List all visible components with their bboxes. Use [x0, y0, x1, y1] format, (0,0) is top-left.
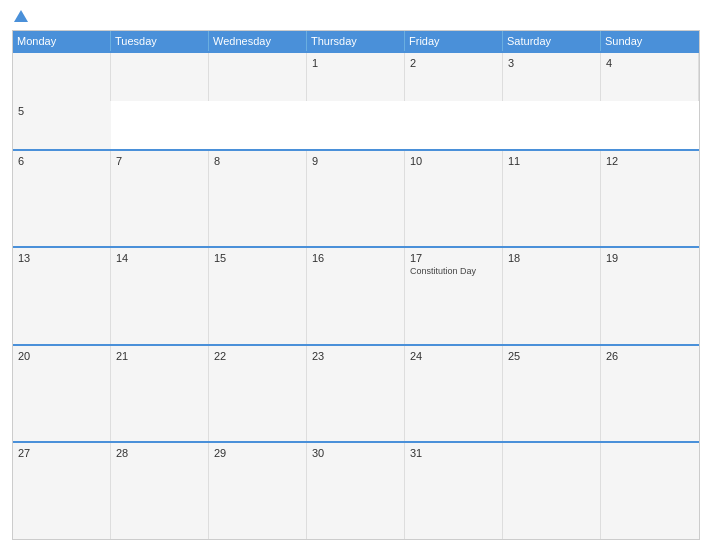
calendar-page: MondayTuesdayWednesdayThursdayFridaySatu… — [0, 0, 712, 550]
day-header-friday: Friday — [405, 31, 503, 51]
day-cell: 10 — [405, 151, 503, 247]
day-cell: 24 — [405, 346, 503, 442]
day-header-monday: Monday — [13, 31, 111, 51]
day-number: 20 — [18, 350, 105, 362]
day-number: 26 — [606, 350, 694, 362]
day-cell: 23 — [307, 346, 405, 442]
day-header-tuesday: Tuesday — [111, 31, 209, 51]
week-row-1: 6789101112 — [13, 149, 699, 247]
logo-triangle-icon — [14, 10, 28, 22]
day-cell: 11 — [503, 151, 601, 247]
day-number: 8 — [214, 155, 301, 167]
day-cell: 27 — [13, 443, 111, 539]
event-label: Constitution Day — [410, 266, 497, 277]
day-cell: 3 — [503, 53, 601, 101]
day-cell — [601, 443, 699, 539]
day-number: 10 — [410, 155, 497, 167]
day-cell — [13, 53, 111, 101]
day-cell: 31 — [405, 443, 503, 539]
logo — [12, 10, 28, 22]
day-number: 21 — [116, 350, 203, 362]
day-cell: 21 — [111, 346, 209, 442]
day-cell: 25 — [503, 346, 601, 442]
day-cell: 18 — [503, 248, 601, 344]
day-cell: 26 — [601, 346, 699, 442]
day-cell — [111, 53, 209, 101]
week-row-3: 20212223242526 — [13, 344, 699, 442]
day-number: 24 — [410, 350, 497, 362]
day-number: 1 — [312, 57, 399, 69]
day-number: 3 — [508, 57, 595, 69]
day-cell: 4 — [601, 53, 699, 101]
day-number: 9 — [312, 155, 399, 167]
days-header: MondayTuesdayWednesdayThursdayFridaySatu… — [13, 31, 699, 51]
day-cell: 28 — [111, 443, 209, 539]
day-number: 29 — [214, 447, 301, 459]
day-number: 13 — [18, 252, 105, 264]
day-cell: 12 — [601, 151, 699, 247]
day-number: 28 — [116, 447, 203, 459]
day-number: 30 — [312, 447, 399, 459]
day-cell: 7 — [111, 151, 209, 247]
day-number: 7 — [116, 155, 203, 167]
day-number: 16 — [312, 252, 399, 264]
day-cell: 2 — [405, 53, 503, 101]
day-cell: 29 — [209, 443, 307, 539]
day-cell: 14 — [111, 248, 209, 344]
day-number: 2 — [410, 57, 497, 69]
day-number: 18 — [508, 252, 595, 264]
day-number: 27 — [18, 447, 105, 459]
day-cell: 30 — [307, 443, 405, 539]
day-cell: 13 — [13, 248, 111, 344]
day-number: 25 — [508, 350, 595, 362]
day-cell: 20 — [13, 346, 111, 442]
day-number: 22 — [214, 350, 301, 362]
day-number: 31 — [410, 447, 497, 459]
day-cell: 22 — [209, 346, 307, 442]
day-cell: 17Constitution Day — [405, 248, 503, 344]
day-cell: 9 — [307, 151, 405, 247]
day-header-sunday: Sunday — [601, 31, 699, 51]
day-number: 6 — [18, 155, 105, 167]
day-cell: 5 — [13, 101, 111, 149]
day-cell: 16 — [307, 248, 405, 344]
day-cell: 19 — [601, 248, 699, 344]
day-number: 23 — [312, 350, 399, 362]
week-row-0: 12345 — [13, 51, 699, 149]
day-cell: 8 — [209, 151, 307, 247]
day-number: 4 — [606, 57, 693, 69]
calendar-grid: MondayTuesdayWednesdayThursdayFridaySatu… — [12, 30, 700, 540]
day-cell — [209, 53, 307, 101]
day-number: 14 — [116, 252, 203, 264]
day-header-wednesday: Wednesday — [209, 31, 307, 51]
day-number: 12 — [606, 155, 694, 167]
day-number: 19 — [606, 252, 694, 264]
week-row-4: 2728293031 — [13, 441, 699, 539]
weeks-container: 1234567891011121314151617Constitution Da… — [13, 51, 699, 539]
day-number: 17 — [410, 252, 497, 264]
day-number: 5 — [18, 105, 106, 117]
day-cell: 15 — [209, 248, 307, 344]
week-row-2: 1314151617Constitution Day1819 — [13, 246, 699, 344]
header — [12, 10, 700, 22]
day-cell: 1 — [307, 53, 405, 101]
day-number: 11 — [508, 155, 595, 167]
day-cell — [503, 443, 601, 539]
day-header-saturday: Saturday — [503, 31, 601, 51]
logo-blue-text — [12, 10, 28, 22]
day-cell: 6 — [13, 151, 111, 247]
day-number: 15 — [214, 252, 301, 264]
day-header-thursday: Thursday — [307, 31, 405, 51]
